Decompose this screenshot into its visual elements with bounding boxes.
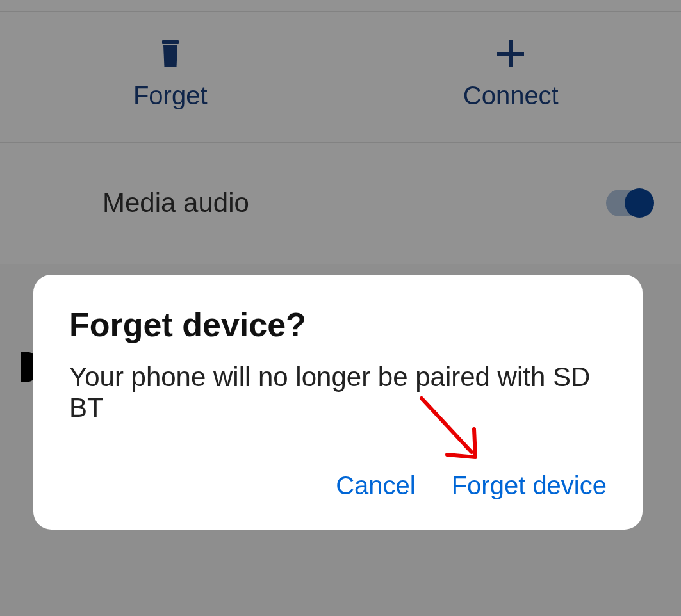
dialog-actions: Cancel Forget device — [69, 467, 607, 504]
forget-device-button[interactable]: Forget device — [452, 467, 607, 504]
dialog-title: Forget device? — [69, 305, 607, 344]
forget-device-dialog: Forget device? Your phone will no longer… — [33, 275, 643, 530]
cancel-button[interactable]: Cancel — [336, 467, 416, 504]
dialog-message: Your phone will no longer be paired with… — [69, 362, 607, 424]
